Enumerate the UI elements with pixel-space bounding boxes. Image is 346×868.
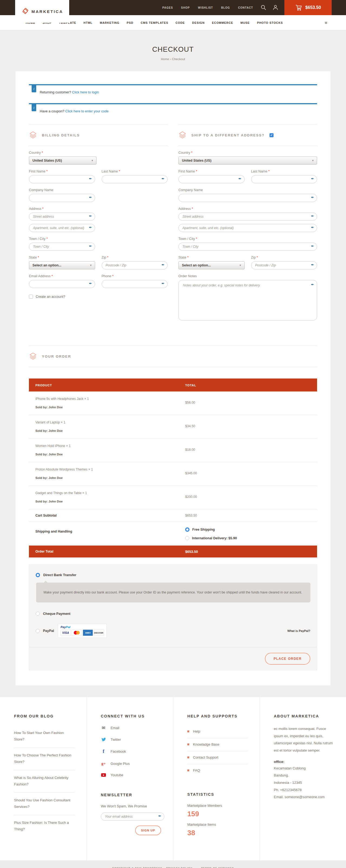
international-delivery-radio[interactable]: International Delivery: $5.90 (185, 536, 317, 540)
what-is-paypal-link[interactable]: What is PayPal? (287, 629, 310, 632)
info-icon: i (32, 104, 36, 111)
billing-country-select[interactable]: United States (US)▼ (29, 156, 97, 165)
shipping-company-input[interactable] (178, 194, 317, 202)
shipping-last-name-input[interactable] (251, 175, 317, 183)
top-nav-pages[interactable]: PAGES (163, 6, 173, 9)
shipping-country-select[interactable]: United States (US)▼ (178, 156, 317, 165)
google-plus-link[interactable]: g+Google Plus (101, 761, 161, 766)
mastercard-icon (72, 629, 82, 636)
statistics-heading: STATISTICS (187, 792, 248, 797)
radio-selected-icon (36, 573, 40, 577)
newsletter-signup-button[interactable]: SIGN UP (135, 826, 161, 835)
shipping-zip-input[interactable] (251, 261, 317, 269)
blog-link[interactable]: Plus Size Fashion: Is There Such a Thing… (14, 815, 75, 837)
help-link[interactable]: Contact Support (187, 751, 248, 764)
items-label: Marketplace Items (187, 823, 248, 827)
create-account-checkbox[interactable]: Create an account? (29, 294, 168, 299)
help-link[interactable]: Knowladge Base (187, 738, 248, 751)
free-shipping-radio[interactable]: Free Shipping (185, 527, 317, 532)
newsletter-heading: NEWSLETTER (101, 793, 161, 797)
blog-link[interactable]: Should You Use Fashion Consultant Servic… (14, 793, 75, 815)
subnav-item-ecommerce[interactable]: ECOMMERCE (212, 21, 233, 24)
login-link[interactable]: Click here to login (72, 90, 99, 94)
cart-button[interactable]: $653.50 (284, 0, 332, 15)
account-icon[interactable] (273, 5, 278, 10)
help-link[interactable]: FAQ (187, 764, 248, 777)
billing-company-input[interactable] (29, 194, 95, 202)
connect-heading: CONNECT WITH US (101, 714, 161, 718)
billing-zip-input[interactable] (102, 261, 168, 269)
shipping-street-input[interactable] (178, 213, 317, 221)
twitter-link[interactable]: Twitter (101, 738, 161, 742)
top-nav-contact[interactable]: CONTACT (238, 6, 253, 9)
cheque-payment-radio[interactable]: Cheque Payment (36, 612, 310, 616)
subnav-item-psd[interactable]: PSD (127, 21, 134, 24)
newsletter-email-input[interactable] (101, 812, 164, 820)
top-nav-shop[interactable]: SHOP (181, 6, 190, 9)
info-icon: i (32, 85, 36, 92)
top-nav-wishlist[interactable]: WISHLIST (198, 6, 213, 9)
billing-email-input[interactable] (29, 280, 95, 288)
shipping-apartment-input[interactable] (178, 224, 317, 232)
amex-icon: AMEX (83, 629, 93, 636)
footer-blog-column: FROM OUR BLOG How To Start Your Own Fash… (0, 697, 86, 861)
billing-heading: BILLING DETAILS (42, 133, 80, 137)
shipping-state-select[interactable]: Select an option...▼ (178, 261, 245, 269)
ship-different-checkbox[interactable]: ✓ (270, 133, 274, 137)
brand-logo[interactable]: MARKETICA (15, 0, 69, 23)
breadcrumb-home[interactable]: Home (161, 57, 169, 61)
place-order-button[interactable]: PLACE ORDER (265, 653, 310, 665)
search-icon[interactable] (261, 5, 267, 10)
order-notes-textarea[interactable] (178, 280, 317, 320)
facebook-link[interactable]: fFacebook (101, 749, 161, 754)
billing-apartment-input[interactable] (29, 224, 95, 232)
subnav-item-design[interactable]: DESIGN (192, 21, 205, 24)
billing-details-section: BILLING DETAILS Country * United States … (29, 124, 168, 322)
youtube-link[interactable]: Youtube (101, 773, 161, 777)
cart-subtotal-row: Cart Subtotal $653.50 (29, 509, 317, 522)
youtube-icon (101, 773, 106, 777)
billing-state-select[interactable]: Select an option...▼ (29, 261, 95, 269)
blog-link[interactable]: How To Choose The Perfect Fashion Store? (14, 748, 75, 770)
coupon-text: Have a coupon? (40, 110, 64, 113)
subnav-item-marketing[interactable]: MARKETING (100, 21, 119, 24)
bank-transfer-radio[interactable]: Direct Bank Transfer (36, 573, 310, 577)
billing-phone-input[interactable] (102, 280, 168, 288)
returning-customer-text: Returning customer? (40, 90, 71, 94)
terms-link[interactable]: TERMS OF SERVICES (201, 867, 234, 868)
address-line: Bandung. (274, 772, 334, 779)
help-link[interactable]: Help (187, 725, 248, 738)
help-heading: HELP AND SUPPORTS (187, 714, 248, 718)
billing-last-name-input[interactable] (102, 175, 168, 183)
items-count: 38 (187, 829, 248, 837)
chevron-down-icon: ▼ (91, 159, 94, 162)
blog-link[interactable]: How To Start Your Own Fashion Store? (14, 725, 75, 748)
radio-unselected-icon (36, 629, 40, 633)
table-row: Proton Absolute Wordpress Themes × 1Sold… (29, 462, 317, 486)
address-line: Kecamatan Coblong (274, 765, 334, 772)
email-link[interactable]: ✉Email (101, 725, 161, 731)
blog-link[interactable]: What is So Alluring About Celebrity Fash… (14, 770, 75, 793)
table-row: iPhone 5s with Headphones Jack × 1Sold b… (29, 392, 317, 415)
subnav-item-html[interactable]: HTML (83, 21, 93, 24)
billing-first-name-input[interactable] (29, 175, 95, 183)
google-plus-icon: g+ (101, 761, 106, 766)
subnav-item-code[interactable]: CODE (176, 21, 185, 24)
top-nav-blog[interactable]: BLOG (221, 6, 230, 9)
brand-name: MARKETICA (32, 9, 63, 14)
address-line: Indonesia - 12345 (274, 779, 334, 786)
billing-street-input[interactable] (29, 213, 95, 221)
privacy-policy-link[interactable]: PRIVACY POLICY (166, 867, 193, 868)
shipping-first-name-input[interactable] (178, 175, 245, 183)
subnav-item-cms-templates[interactable]: CMS TEMPLATES (141, 21, 168, 24)
billing-town-input[interactable] (29, 243, 95, 251)
paypal-radio[interactable]: PayPal (36, 629, 54, 633)
shipping-town-input[interactable] (178, 243, 317, 251)
page-title: CHECKOUT (0, 45, 346, 54)
about-text: ec mollis lorem consequat. Fusce ipsum e… (274, 725, 334, 754)
subnav-item-muse[interactable]: MUSE (241, 21, 250, 24)
coupon-link[interactable]: Click here to enter your code (65, 110, 109, 113)
subnav-more-icon[interactable] (324, 21, 327, 24)
subnav-item-photo-stocks[interactable]: PHOTO STOCKS (257, 21, 283, 24)
facebook-icon: f (101, 749, 106, 754)
